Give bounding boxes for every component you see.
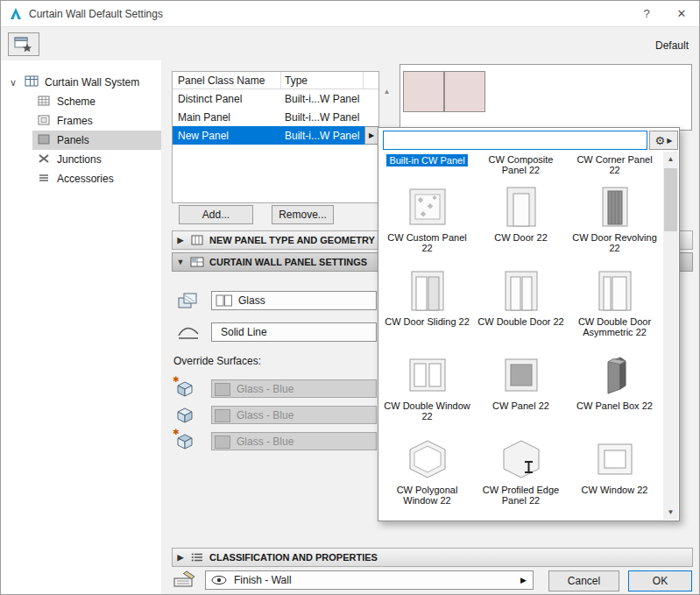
option-label: CW Door 22: [494, 232, 548, 243]
panel-type-grid: Built-in CW Panel CW Composite Panel 22 …: [380, 152, 664, 519]
table-row[interactable]: Distinct Panel Built-i...W Panel: [173, 89, 378, 108]
preview-panel: [403, 71, 444, 112]
override-outer-surface-field: Glass - Blue: [211, 379, 377, 398]
frames-icon: [36, 115, 52, 128]
finish-value: Finish - Wall: [234, 574, 292, 586]
panel-type-option[interactable]: CW Polygonal Window 22: [380, 434, 474, 518]
scroll-up-icon[interactable]: ▲: [663, 152, 678, 166]
override-inner-surface-icon[interactable]: ✱: [174, 431, 199, 452]
panel-type-option[interactable]: CW Double Door Asymmetric 22: [568, 266, 661, 350]
panel-pattern-icon: [216, 294, 233, 307]
override-inner-surface-field: Glass - Blue: [211, 432, 377, 450]
layer-pen-icon: [173, 570, 200, 589]
option-label: CW Profiled Edge Panel 22: [477, 485, 565, 506]
close-button[interactable]: ✕: [664, 1, 699, 26]
cw-profiled-edge-panel-icon: [500, 434, 542, 485]
panel-type-option[interactable]: CW Door Sliding 22: [380, 266, 474, 350]
panel-class-table: Panel Class Name Type Distinct Panel Bui…: [172, 71, 379, 203]
cw-panel-icon: [500, 350, 542, 400]
scrollbar-thumb[interactable]: [664, 168, 677, 231]
archicad-logo-icon: [9, 7, 23, 21]
search-input[interactable]: [383, 131, 647, 150]
cancel-button[interactable]: Cancel: [548, 570, 619, 591]
option-label: CW Double Door 22: [477, 316, 563, 327]
panel-type-option[interactable]: CW Profiled Edge Panel 22: [474, 434, 568, 518]
override-outer-surface-icon[interactable]: ✱: [174, 379, 199, 400]
panel-type-option[interactable]: CW Panel 22: [474, 350, 568, 434]
tree-root-label: Curtain Wall System: [45, 76, 139, 89]
panel-type-option[interactable]: CW Double Window 22: [380, 350, 474, 434]
panel-type-option[interactable]: CW Window 22: [568, 434, 661, 518]
popup-scrollbar: ▲ ▼: [663, 152, 678, 520]
gear-icon: ⚙: [655, 134, 666, 147]
panel-type-option[interactable]: CW Composite Panel 22: [474, 152, 568, 181]
asterisk-icon: ✱: [173, 375, 180, 384]
finish-combo[interactable]: Finish - Wall ▶: [205, 570, 534, 590]
scroll-down-icon[interactable]: ▼: [663, 505, 678, 520]
junctions-icon: [36, 153, 52, 166]
override-edge-surface-icon[interactable]: [174, 405, 199, 426]
option-label: CW Corner Panel 22: [571, 154, 659, 175]
cw-double-window-icon: [407, 350, 449, 400]
section-label: CURTAIN WALL PANEL SETTINGS: [209, 257, 367, 267]
panel-type-option[interactable]: CW Door 22: [474, 181, 568, 266]
tree-item-label: Scheme: [57, 96, 95, 108]
table-header: Panel Class Name Type: [173, 72, 378, 89]
override-surfaces-label: Override Surfaces:: [173, 355, 261, 367]
panel-material-combo[interactable]: Glass: [211, 291, 377, 310]
settings-tree: ∨ Curtain Wall System Scheme Frames Pane…: [1, 60, 161, 594]
add-button[interactable]: Add...: [179, 205, 253, 224]
cell-panel-type: Built-i...W Panel: [281, 93, 364, 105]
help-button[interactable]: ?: [629, 1, 664, 26]
option-label: CW Panel Box 22: [576, 400, 653, 411]
panel-material-value: Glass: [238, 294, 265, 307]
option-label: CW Double Door Asymmetric 22: [571, 316, 659, 337]
panel-type-picker-button[interactable]: ▶: [364, 126, 378, 145]
panel-type-option[interactable]: CW Double Door 22: [474, 266, 568, 350]
panel-type-option[interactable]: CW Corner Panel 22: [568, 152, 661, 181]
panel-type-popup: ⚙ ▶ Built-in CW Panel CW Composite Panel…: [378, 127, 680, 521]
tree-item-junctions[interactable]: Junctions: [32, 150, 161, 169]
tree-root-curtain-wall-system[interactable]: ∨ Curtain Wall System: [1, 73, 161, 92]
remove-button[interactable]: Remove...: [272, 205, 334, 224]
favorites-button[interactable]: [8, 32, 39, 56]
table-row[interactable]: Main Panel Built-i...W Panel: [173, 108, 378, 126]
cell-panel-type: Built-i...W Panel: [281, 111, 364, 124]
cut-line-value: Solid Line: [221, 326, 267, 338]
option-label: CW Window 22: [582, 485, 648, 495]
option-label: CW Door Revolving 22: [571, 232, 659, 253]
cut-line-combo[interactable]: Solid Line: [211, 322, 377, 342]
accessories-icon: [36, 173, 52, 186]
panel-type-option[interactable]: CW Door Revolving 22: [568, 181, 661, 266]
tree-item-frames[interactable]: Frames: [32, 111, 161, 131]
scroll-up-icon[interactable]: ▲: [381, 85, 392, 98]
tree-item-scheme[interactable]: Scheme: [32, 92, 161, 111]
option-label: CW Composite Panel 22: [477, 154, 565, 175]
panel-type-option[interactable]: CW Custom Panel 22: [380, 181, 474, 266]
chevron-down-icon[interactable]: ∨: [10, 77, 24, 89]
popup-settings-button[interactable]: ⚙ ▶: [649, 131, 678, 150]
chevron-down-icon: ▼: [173, 258, 188, 266]
tree-item-label: Panels: [57, 134, 89, 146]
option-label: CW Polygonal Window 22: [384, 485, 471, 506]
table-row-selected[interactable]: New Panel Built-i...W Panel ▶: [173, 126, 378, 145]
ok-button[interactable]: OK: [628, 570, 692, 591]
section-label: NEW PANEL TYPE AND GEOMETRY: [209, 235, 375, 245]
section-classification-properties[interactable]: ▶ CLASSIFICATION AND PROPERTIES: [172, 548, 693, 567]
favorite-name-label: Default: [655, 39, 689, 52]
override-edge-surface-field: Glass - Blue: [211, 406, 377, 424]
override-value: Glass - Blue: [237, 383, 293, 395]
classification-section-icon: [188, 552, 206, 563]
cw-window-icon: [594, 434, 636, 485]
option-label: Built-in CW Panel: [386, 154, 467, 166]
panel-type-option[interactable]: CW Panel Box 22: [568, 350, 661, 434]
option-label: CW Double Window 22: [384, 400, 471, 421]
tree-item-panels[interactable]: Panels: [32, 131, 161, 150]
titlebar[interactable]: Curtain Wall Default Settings ? ✕: [1, 1, 699, 27]
favorites-icon: [14, 37, 33, 53]
panel-type-option-built-in[interactable]: Built-in CW Panel: [380, 152, 474, 181]
tree-item-accessories[interactable]: Accessories: [32, 169, 161, 188]
cw-double-door-asymmetric-icon: [594, 266, 636, 316]
cell-panel-name: Distinct Panel: [173, 93, 281, 105]
chevron-right-icon: ▶: [173, 553, 188, 562]
